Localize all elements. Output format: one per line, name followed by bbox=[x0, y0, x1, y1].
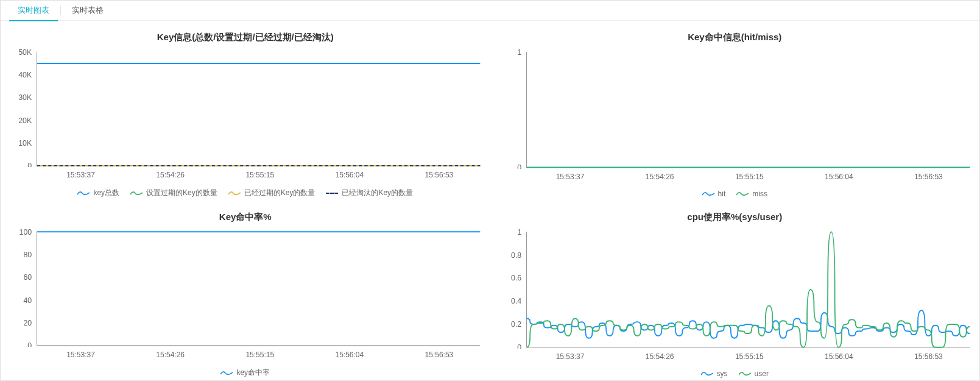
x-tick: 15:56:53 bbox=[425, 171, 454, 179]
x-axis-ticks: 15:53:3715:54:2615:55:1515:56:0415:56:53 bbox=[36, 171, 484, 179]
legend-item[interactable]: 设置过期的Key的数量 bbox=[130, 188, 217, 198]
legend-item[interactable]: sys bbox=[701, 369, 728, 378]
legend-item[interactable]: 已经过期的Key的数量 bbox=[228, 188, 316, 198]
legend-label: key总数 bbox=[93, 188, 119, 198]
legend-item[interactable]: key命中率 bbox=[220, 368, 270, 378]
tab-label: 实时图表 bbox=[18, 5, 49, 16]
svg-text:20: 20 bbox=[23, 319, 32, 327]
svg-text:40K: 40K bbox=[18, 71, 32, 79]
svg-text:1: 1 bbox=[517, 49, 521, 57]
legend-item[interactable]: key总数 bbox=[77, 188, 119, 198]
svg-text:40: 40 bbox=[23, 296, 32, 304]
legend-label: 已经过期的Key的数量 bbox=[244, 188, 316, 198]
svg-text:30K: 30K bbox=[18, 93, 32, 102]
svg-text:0: 0 bbox=[27, 341, 32, 347]
svg-text:0.4: 0.4 bbox=[511, 296, 521, 305]
chart-plot: 01 bbox=[496, 49, 974, 169]
legend-label: sys bbox=[717, 369, 728, 378]
x-tick: 15:56:04 bbox=[335, 351, 364, 359]
svg-text:60: 60 bbox=[23, 273, 32, 282]
svg-text:100: 100 bbox=[19, 229, 32, 237]
tab-separator bbox=[60, 5, 61, 15]
x-tick: 15:55:15 bbox=[735, 352, 764, 361]
svg-text:0: 0 bbox=[517, 163, 521, 169]
chart-key-hit: Key命中信息(hit/miss)01 15:53:3715:54:2615:5… bbox=[490, 21, 980, 201]
svg-text:50K: 50K bbox=[18, 49, 32, 57]
legend-item[interactable]: 已经淘汰的Key的数量 bbox=[326, 188, 413, 198]
x-tick: 15:56:53 bbox=[425, 351, 454, 359]
tab-realtime-table[interactable]: 实时表格 bbox=[72, 1, 104, 21]
x-tick: 15:56:04 bbox=[825, 173, 853, 181]
legend-label: 已经淘汰的Key的数量 bbox=[342, 188, 413, 198]
tab-realtime-chart[interactable]: 实时图表 bbox=[18, 1, 49, 21]
svg-text:20K: 20K bbox=[18, 116, 32, 124]
x-axis-ticks: 15:53:3715:54:2615:55:1515:56:0415:56:53 bbox=[36, 351, 484, 359]
x-tick: 15:55:15 bbox=[245, 171, 274, 179]
chart-title: cpu使用率%(sys/user) bbox=[496, 212, 974, 223]
chart-title: Key信息(总数/设置过期/已经过期/已经淘汰) bbox=[7, 32, 484, 43]
legend-dash-icon bbox=[326, 193, 338, 194]
x-tick: 15:54:26 bbox=[156, 171, 185, 179]
chart-legend: key总数设置过期的Key的数量已经过期的Key的数量已经淘汰的Key的数量 bbox=[7, 188, 484, 198]
legend-label: key命中率 bbox=[236, 368, 270, 378]
legend-item[interactable]: miss bbox=[736, 190, 767, 198]
x-tick: 15:53:37 bbox=[66, 351, 95, 359]
chart-legend: sysuser bbox=[496, 369, 974, 378]
tab-bar: 实时图表 实时表格 bbox=[1, 1, 979, 21]
chart-legend: hitmiss bbox=[496, 190, 974, 198]
x-tick: 15:56:04 bbox=[825, 352, 853, 361]
svg-text:0: 0 bbox=[517, 343, 521, 349]
chart-plot: 020406080100 bbox=[7, 229, 484, 347]
x-tick: 15:54:26 bbox=[646, 173, 674, 181]
legend-label: 设置过期的Key的数量 bbox=[146, 188, 217, 198]
legend-label: user bbox=[755, 369, 769, 378]
svg-text:10K: 10K bbox=[18, 139, 32, 148]
dashboard-frame: 实时图表 实时表格 Key信息(总数/设置过期/已经过期/已经淘汰)010K20… bbox=[0, 0, 980, 381]
x-tick: 15:56:53 bbox=[914, 352, 943, 361]
chart-title: Key命中信息(hit/miss) bbox=[496, 32, 974, 43]
chart-plot: 00.20.40.60.81 bbox=[496, 229, 974, 349]
x-axis-ticks: 15:53:3715:54:2615:55:1515:56:0415:56:53 bbox=[526, 173, 974, 181]
tab-label: 实时表格 bbox=[72, 5, 104, 16]
x-tick: 15:56:53 bbox=[914, 173, 943, 181]
chart-plot: 010K20K30K40K50K bbox=[7, 49, 484, 167]
chart-cpu: cpu使用率%(sys/user)00.20.40.60.81 15:53:37… bbox=[490, 201, 980, 380]
x-tick: 15:54:26 bbox=[646, 352, 674, 361]
legend-label: miss bbox=[752, 190, 767, 198]
svg-text:0.8: 0.8 bbox=[511, 250, 521, 259]
chart-hitrate: Key命中率%020406080100 15:53:3715:54:2615:5… bbox=[1, 201, 490, 380]
chart-legend: key命中率 bbox=[7, 368, 484, 378]
charts-grid: Key信息(总数/设置过期/已经过期/已经淘汰)010K20K30K40K50K… bbox=[1, 21, 979, 380]
chart-key-info: Key信息(总数/设置过期/已经过期/已经淘汰)010K20K30K40K50K… bbox=[1, 21, 490, 201]
chart-title: Key命中率% bbox=[7, 212, 484, 223]
x-tick: 15:55:15 bbox=[245, 351, 274, 359]
x-tick: 15:55:15 bbox=[735, 173, 764, 181]
svg-text:0.6: 0.6 bbox=[511, 273, 521, 282]
x-tick: 15:53:37 bbox=[556, 173, 585, 181]
legend-label: hit bbox=[718, 190, 726, 198]
svg-text:1: 1 bbox=[517, 229, 521, 237]
x-tick: 15:53:37 bbox=[66, 171, 95, 179]
svg-text:80: 80 bbox=[23, 251, 32, 259]
x-tick: 15:54:26 bbox=[156, 351, 185, 359]
legend-item[interactable]: user bbox=[739, 369, 769, 378]
svg-text:0.2: 0.2 bbox=[511, 319, 521, 329]
x-tick: 15:56:04 bbox=[335, 171, 364, 179]
x-axis-ticks: 15:53:3715:54:2615:55:1515:56:0415:56:53 bbox=[526, 352, 974, 361]
x-tick: 15:53:37 bbox=[556, 352, 585, 361]
legend-item[interactable]: hit bbox=[702, 190, 726, 198]
svg-text:0: 0 bbox=[27, 162, 32, 167]
